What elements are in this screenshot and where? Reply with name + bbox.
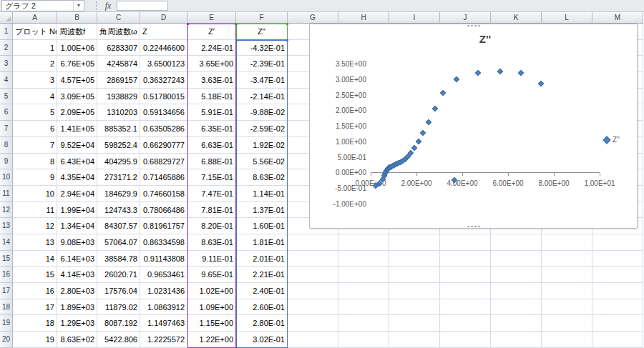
cell-D20[interactable]: 1.2225572	[140, 332, 187, 348]
cell-G20[interactable]	[288, 332, 338, 348]
row-header-12[interactable]: 12	[0, 202, 13, 219]
cell-B17[interactable]: 2.80E+03	[57, 283, 97, 299]
cell-D19[interactable]: 1.1497463	[140, 315, 187, 332]
cell-H20[interactable]	[338, 332, 389, 348]
cell-C17[interactable]: 17576.04	[97, 283, 140, 299]
row-header-5[interactable]: 5	[0, 89, 13, 105]
cell-D14[interactable]: 0.86334598	[140, 234, 187, 251]
cell-M19[interactable]	[592, 315, 643, 332]
cell-B11[interactable]: 2.94E+04	[57, 186, 97, 202]
cell-L14[interactable]	[542, 234, 592, 251]
cell-C20[interactable]: 5422.806	[97, 332, 140, 348]
cell-F6[interactable]: -9.88E-02	[236, 104, 288, 121]
cell-A9[interactable]: 8	[13, 154, 57, 170]
cell-B1[interactable]: 周波数f	[57, 24, 97, 40]
y-axis-label[interactable]: 3.00E+00	[310, 76, 366, 84]
row-header-3[interactable]: 3	[0, 56, 13, 72]
cell-F12[interactable]: 1.37E-01	[236, 202, 288, 219]
cell-H18[interactable]	[338, 299, 389, 316]
column-header-B[interactable]: B	[57, 12, 97, 24]
cell-D10[interactable]: 0.71465886	[140, 169, 187, 186]
cell-H16[interactable]	[338, 267, 389, 283]
cell-L15[interactable]	[542, 251, 592, 267]
cell-K18[interactable]	[491, 299, 542, 316]
row-header-18[interactable]: 18	[0, 299, 13, 316]
cell-A17[interactable]: 16	[13, 283, 57, 299]
cell-F8[interactable]: 1.92E-02	[236, 137, 288, 154]
cell-C12[interactable]: 124743.3	[97, 202, 140, 219]
cell-A19[interactable]: 18	[13, 315, 57, 332]
row-header-2[interactable]: 2	[0, 40, 13, 56]
cell-F4[interactable]: -3.47E-01	[236, 72, 288, 89]
cell-B18[interactable]: 1.89E+03	[57, 299, 97, 316]
cell-L16[interactable]	[542, 267, 592, 283]
cell-F19[interactable]: 2.80E-01	[236, 315, 288, 332]
cell-D13[interactable]: 0.81961757	[140, 218, 187, 234]
x-axis-label[interactable]: 2.00E+00	[395, 179, 438, 187]
cell-F5[interactable]: -2.14E-01	[236, 89, 288, 105]
cell-F7[interactable]: -2.59E-02	[236, 121, 288, 137]
y-axis-label[interactable]: -5.00E-01	[310, 184, 366, 192]
cell-A6[interactable]: 5	[13, 104, 57, 121]
cell-A5[interactable]: 4	[13, 89, 57, 105]
cell-C1[interactable]: 角周波数ω	[97, 24, 140, 40]
column-header-G[interactable]: G	[288, 12, 338, 24]
cell-G17[interactable]	[288, 283, 338, 299]
cell-A8[interactable]: 7	[13, 137, 57, 154]
column-header-D[interactable]: D	[140, 12, 187, 24]
cell-G15[interactable]	[288, 251, 338, 267]
cell-L18[interactable]	[542, 299, 592, 316]
cell-F11[interactable]: 1.14E-01	[236, 186, 288, 202]
y-axis-label[interactable]: -1.00E+00	[310, 200, 366, 208]
column-header-K[interactable]: K	[491, 12, 542, 24]
y-axis-label[interactable]: 1.00E+00	[310, 138, 366, 146]
cell-B3[interactable]: 6.76E+05	[57, 56, 97, 72]
cell-F2[interactable]: -4.32E-01	[236, 40, 288, 56]
cell-G16[interactable]	[288, 267, 338, 283]
data-point[interactable]	[431, 106, 437, 111]
chart[interactable]: Z'' 0.00E+002.00E+004.00E+006.00E+008.00…	[309, 24, 638, 229]
cell-D15[interactable]: 0.91143808	[140, 251, 187, 267]
cell-D11[interactable]: 0.74660158	[140, 186, 187, 202]
cell-A13[interactable]: 12	[13, 218, 57, 234]
row-header-8[interactable]: 8	[0, 137, 13, 154]
cell-E6[interactable]: 5.91E-01	[187, 104, 236, 121]
cell-K16[interactable]	[491, 267, 542, 283]
cell-K15[interactable]	[491, 251, 542, 267]
cell-E3[interactable]: 3.65E+00	[187, 56, 236, 72]
cell-C19[interactable]: 8087.192	[97, 315, 140, 332]
row-header-19[interactable]: 19	[0, 315, 13, 332]
cell-B6[interactable]: 2.09E+05	[57, 104, 97, 121]
cell-J19[interactable]	[440, 315, 491, 332]
cell-E10[interactable]: 7.15E-01	[187, 169, 236, 186]
cell-K14[interactable]	[491, 234, 542, 251]
cell-B19[interactable]: 1.29E+03	[57, 315, 97, 332]
cell-L19[interactable]	[542, 315, 592, 332]
cell-A1[interactable]: プロット No	[13, 24, 57, 40]
cell-J18[interactable]	[440, 299, 491, 316]
cell-F9[interactable]: 5.56E-02	[236, 154, 288, 170]
cell-C18[interactable]: 11879.02	[97, 299, 140, 316]
cell-B15[interactable]: 6.14E+03	[57, 251, 97, 267]
cell-E13[interactable]: 8.20E-01	[187, 218, 236, 234]
x-axis-label[interactable]: 1.00E+01	[578, 179, 621, 187]
row-header-15[interactable]: 15	[0, 251, 13, 267]
cell-E12[interactable]: 7.81E-01	[187, 202, 236, 219]
cell-J14[interactable]	[440, 234, 491, 251]
cell-E20[interactable]: 1.22E+00	[187, 332, 236, 348]
column-header-F[interactable]: F	[236, 12, 288, 24]
name-box[interactable]: グラフ 2 ▼	[1, 0, 84, 11]
cell-A10[interactable]: 9	[13, 169, 57, 186]
cell-F14[interactable]: 1.81E-01	[236, 234, 288, 251]
cell-D3[interactable]: 3.6500123	[140, 56, 187, 72]
formula-input[interactable]	[117, 1, 168, 11]
cell-A11[interactable]: 10	[13, 186, 57, 202]
cell-D6[interactable]: 0.59134656	[140, 104, 187, 121]
cell-B13[interactable]: 1.34E+04	[57, 218, 97, 234]
cell-F16[interactable]: 2.21E-01	[236, 267, 288, 283]
cell-D12[interactable]: 0.78066486	[140, 202, 187, 219]
cell-E1[interactable]: Z'	[187, 24, 236, 40]
column-header-A[interactable]: A	[13, 12, 57, 24]
cell-I18[interactable]	[389, 299, 440, 316]
cell-C14[interactable]: 57064.07	[97, 234, 140, 251]
